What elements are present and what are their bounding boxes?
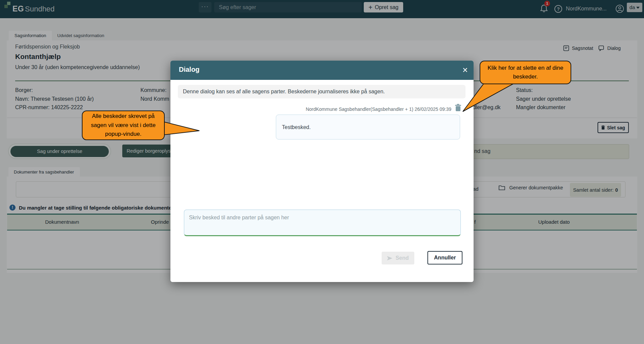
message-text: Testbesked. (282, 124, 311, 130)
callout-delete-hint: Klik her for at slette en af dine besked… (480, 61, 571, 84)
compose-message-input[interactable] (184, 210, 460, 235)
dialog-modal: Dialog × Denne dialog kan ses af alle sa… (170, 61, 474, 282)
compose-message-box (184, 210, 461, 236)
app-screen: EG Sundhed ··· + Opret sag 1 ? NordKommu… (0, 0, 644, 344)
callout-popup-tail (162, 119, 201, 137)
callout-delete-tail (458, 82, 519, 114)
close-icon[interactable]: × (459, 64, 471, 76)
dialog-info-banner: Denne dialog kan ses af alle sagens part… (178, 85, 465, 98)
send-button[interactable]: Send (382, 252, 414, 264)
send-label: Send (395, 255, 409, 261)
cancel-button[interactable]: Annuller (427, 251, 462, 264)
dialog-modal-header: Dialog × (170, 61, 474, 80)
modal-title: Dialog (179, 66, 199, 73)
send-icon (387, 256, 392, 260)
message-bubble: Testbesked. (276, 115, 460, 139)
callout-popup-hint: Alle beskeder skrevet på sagen vil være … (82, 111, 165, 140)
message-meta: NordKommune Sagsbehandler(Sagsbehandler … (236, 106, 451, 112)
